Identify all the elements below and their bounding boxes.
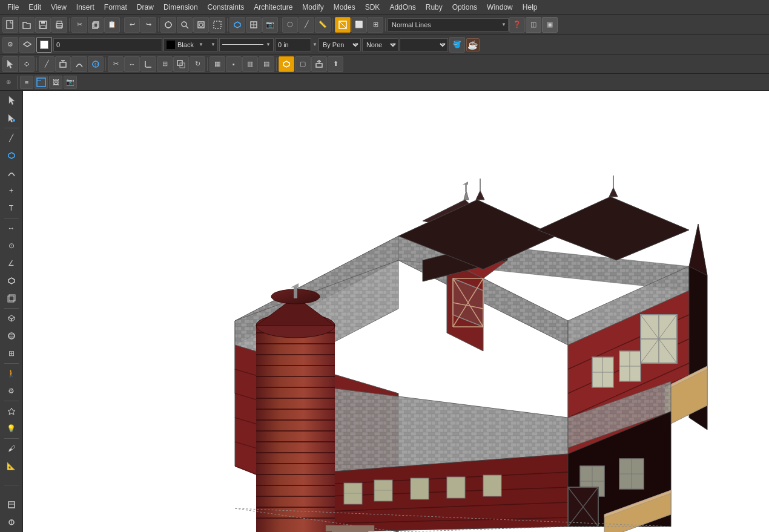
line-style-button[interactable]: ▼ [219,38,274,51]
new-button[interactable] [2,17,18,33]
sidebar-sphere[interactable] [3,327,20,344]
sidebar-bottom2[interactable] [3,514,20,531]
arc-tool-button[interactable] [71,56,87,72]
sidebar-grid-3d[interactable]: ⊞ [3,345,20,362]
paste-button[interactable]: 📋 [104,17,120,33]
array-button[interactable]: ⊞ [157,56,173,72]
sidebar-settings[interactable]: ⚙ [3,383,20,399]
select-cursor-button[interactable] [2,56,18,72]
hatch-button[interactable]: ▦ [210,56,225,72]
sidebar-walk[interactable]: 🚶 [3,365,20,382]
menu-format[interactable]: Format [99,2,132,13]
sidebar-text[interactable]: T [3,200,20,217]
layer-input[interactable] [53,38,162,51]
sidebar-dimension[interactable]: ↔ [3,220,20,237]
view-tab1[interactable]: ≡ [20,76,33,89]
zoom-button[interactable] [177,17,193,33]
coffee-button[interactable]: ☕ [466,38,480,51]
menu-addons[interactable]: AddOns [384,2,420,13]
help-cursor-button[interactable]: ❓ [509,17,525,33]
menu-modes[interactable]: Modes [329,2,360,13]
by-pen-dropdown[interactable]: By Pen [318,38,361,51]
menu-window[interactable]: Window [482,2,518,13]
measure-button[interactable]: 📏 [315,17,331,33]
paint-bucket-button[interactable]: 🪣 [449,37,465,53]
menu-sdk[interactable]: SDK [360,2,385,13]
dim-button2[interactable]: ▣ [542,17,558,33]
print-button[interactable] [51,17,67,33]
extrude-button[interactable]: ⬆ [328,56,343,72]
sidebar-radial[interactable]: ⊙ [3,237,20,254]
active-tool-button[interactable] [335,17,351,33]
dim-button1[interactable]: ◫ [526,17,541,33]
view-top-button[interactable] [246,17,262,33]
rotate-button[interactable]: ↻ [190,56,205,72]
solid-tool-button[interactable] [279,56,294,72]
menu-view[interactable]: View [46,2,71,13]
sidebar-paint[interactable]: 🖌 [3,440,20,457]
surface-button[interactable]: ▢ [295,56,311,72]
view-tab2[interactable] [35,76,48,89]
fill-button[interactable]: ▪ [226,56,242,72]
menu-insert[interactable]: Insert [71,2,99,13]
cut-button[interactable]: ✂ [71,17,87,33]
sidebar-angle[interactable]: ∠ [3,255,20,272]
polyline-button[interactable]: ╱ [299,17,314,33]
redo-button[interactable]: ↪ [140,17,156,33]
sidebar-lights[interactable]: 💡 [3,420,20,437]
sidebar-vertex[interactable] [3,110,20,126]
menu-dimension[interactable]: Dimension [159,2,203,13]
sidebar-line[interactable]: ╱ [3,130,20,146]
open-button[interactable] [19,17,35,33]
circle-tool-button[interactable] [88,56,104,72]
select-all-button[interactable] [210,17,225,33]
menu-help[interactable]: Help [518,2,543,13]
sidebar-select[interactable] [3,92,20,109]
menu-architecture[interactable]: Architecture [249,2,297,13]
push-pull-button[interactable] [311,56,327,72]
trim-button[interactable]: ✂ [108,56,124,72]
line-tool-button[interactable]: ╱ [39,56,54,72]
extend-button[interactable]: ↔ [124,56,140,72]
eraser-button[interactable]: ⬜ [351,17,367,33]
menu-options[interactable]: Options [447,2,482,13]
undo-button[interactable]: ↩ [124,17,140,33]
weight-input[interactable] [275,38,311,51]
menu-draw[interactable]: Draw [132,2,159,13]
sidebar-measure[interactable]: 📐 [3,458,20,475]
sidebar-polygon[interactable] [3,147,20,164]
settings-button[interactable]: ⚙ [2,37,18,53]
save-button[interactable] [35,17,51,33]
sidebar-arc[interactable] [3,165,20,182]
rect-tool-button[interactable] [55,56,71,72]
sidebar-box[interactable] [3,290,20,307]
menu-ruby[interactable]: Ruby [421,2,447,13]
move-cursor-button[interactable] [19,56,35,72]
blend-button[interactable]: ▥ [242,56,258,72]
color-label[interactable]: Black [177,41,194,48]
sidebar-iso[interactable] [3,310,20,327]
menu-modify[interactable]: Modify [297,2,328,13]
view-iso-button[interactable] [229,17,245,33]
sidebar-3d[interactable] [3,272,20,289]
view-tab4[interactable]: 📷 [64,76,77,89]
menu-file[interactable]: File [2,2,24,13]
menu-edit[interactable]: Edit [24,2,46,13]
sidebar-render1[interactable] [3,402,20,419]
lasso-button[interactable]: ⬡ [282,17,298,33]
sidebar-add[interactable]: + [3,182,20,199]
fillet-button[interactable] [140,56,156,72]
fill-dropdown[interactable] [400,38,448,51]
camera-button[interactable]: 📷 [262,17,278,33]
gradient-button[interactable]: ▤ [259,56,274,72]
menu-constraints[interactable]: Constraints [203,2,249,13]
lines-dropdown[interactable]: Normal Lines [388,18,509,31]
none-dropdown[interactable]: None [362,38,398,51]
sidebar-bottom1[interactable] [3,496,20,513]
view-tab3[interactable]: 🖼 [49,76,62,89]
offset-button[interactable] [173,56,189,72]
grids-button[interactable]: ⊞ [368,17,383,33]
smart-cursor-button[interactable] [160,17,176,33]
copy-button[interactable] [88,17,104,33]
canvas[interactable] [23,91,769,532]
